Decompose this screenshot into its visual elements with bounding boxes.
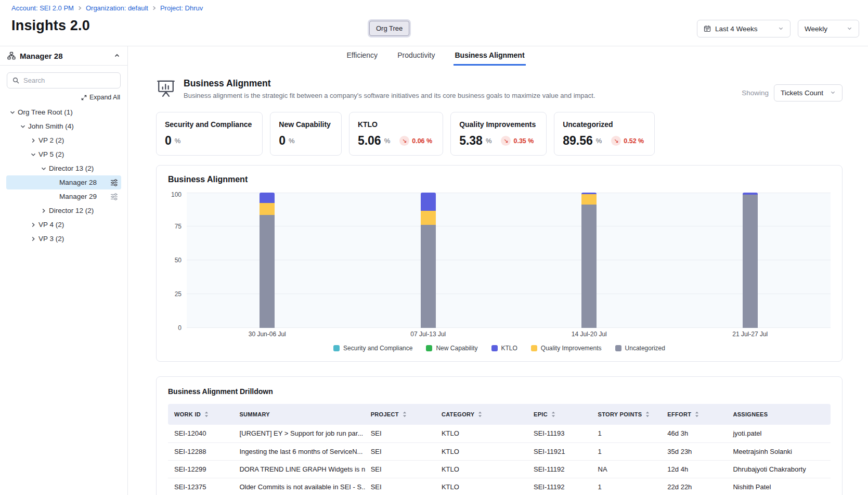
- legend-item-ktlo[interactable]: KTLO: [491, 345, 517, 352]
- kpi-value: 5.38: [459, 134, 483, 148]
- tree-item-vp-2-2[interactable]: VP 2 (2): [6, 133, 121, 147]
- table-cell: KTLO: [436, 442, 528, 460]
- tree-item-director-12-2[interactable]: Director 12 (2): [6, 204, 121, 218]
- showing-label: Showing: [742, 89, 769, 97]
- sort-icon[interactable]: [402, 411, 407, 417]
- legend-item-quality-improvements[interactable]: Quality Improvements: [531, 345, 602, 352]
- tab-productivity[interactable]: Productivity: [396, 46, 436, 66]
- tree-item-label: John Smith (4): [28, 122, 74, 130]
- tab-efficiency[interactable]: Efficiency: [345, 46, 379, 66]
- stacked-bar[interactable]: [581, 193, 597, 328]
- sort-icon[interactable]: [551, 411, 556, 417]
- tree-item-director-13-2[interactable]: Director 13 (2): [6, 161, 121, 175]
- column-header-category[interactable]: CATEGORY: [436, 404, 528, 425]
- legend-item-uncategorized[interactable]: Uncategorized: [615, 345, 665, 352]
- column-label: EFFORT: [667, 411, 691, 417]
- sort-icon[interactable]: [477, 411, 483, 417]
- stacked-bar[interactable]: [260, 193, 275, 328]
- search-input[interactable]: [23, 77, 115, 84]
- stacked-bar[interactable]: [421, 193, 436, 328]
- table-cell: KTLO: [436, 460, 528, 478]
- tree-item-manager-29[interactable]: Manager 29: [6, 189, 121, 204]
- table-cell: Ingesting the last 6 months of ServiceN.…: [234, 442, 365, 460]
- legend-label: New Capability: [436, 345, 477, 352]
- tree-item-manager-28[interactable]: Manager 28: [6, 175, 121, 189]
- chevron-down-icon: [830, 89, 836, 97]
- kpi-label: Quality Improvements: [459, 120, 536, 129]
- y-tick-label: 75: [175, 223, 182, 230]
- chevron-right-icon[interactable]: [28, 137, 38, 144]
- table-row[interactable]: SEI-12375Older Commits is not available …: [168, 478, 831, 495]
- column-label: WORK ID: [174, 411, 201, 417]
- legend-label: KTLO: [501, 345, 517, 352]
- table-cell: Meetrajsinh Solanki: [728, 442, 831, 460]
- table-row[interactable]: SEI-12040[URGENT] EY > Support for job r…: [168, 425, 831, 442]
- chevron-down-icon: [778, 25, 784, 33]
- drilldown-card: Business Alignment Drilldown WORK IDSUMM…: [156, 376, 843, 495]
- sort-icon[interactable]: [204, 411, 209, 417]
- kpi-card-new-capability: New Capability0%: [270, 112, 342, 156]
- bar-segment-quality-improvements: [260, 203, 275, 215]
- legend-item-security-and-compliance[interactable]: Security and Compliance: [333, 345, 412, 352]
- tree-item-label: Manager 29: [59, 193, 97, 200]
- search-field: [7, 72, 121, 88]
- date-range-select[interactable]: Last 4 Weeks: [697, 20, 791, 37]
- tree-item-john-smith-4[interactable]: John Smith (4): [6, 119, 121, 133]
- stacked-bar[interactable]: [743, 193, 758, 328]
- kpi-card-row: Security and Compliance0%New Capability0…: [156, 112, 843, 156]
- sort-icon[interactable]: [694, 411, 699, 417]
- table-cell: SEI-12375: [168, 478, 234, 495]
- column-header-story-points[interactable]: STORY POINTS: [593, 404, 663, 425]
- column-header-project[interactable]: PROJECT: [366, 404, 436, 425]
- org-tree-sidebar: Manager 28 Expand All Org Tree Root (1)J…: [0, 46, 128, 495]
- tree-item-label: VP 5 (2): [38, 150, 64, 158]
- x-axis-label: 14 Jul-20 Jul: [509, 331, 670, 338]
- section-description: Business alignment is the strategic fit …: [184, 92, 595, 99]
- breadcrumb-account-link[interactable]: Account: SEI 2.0 PM: [11, 4, 74, 12]
- column-header-epic[interactable]: EPIC: [528, 404, 593, 425]
- expand-all-button[interactable]: Expand All: [0, 94, 120, 101]
- chevron-down-icon[interactable]: [18, 123, 28, 130]
- filter-sliders-icon[interactable]: [110, 193, 118, 200]
- org-tree-button[interactable]: Org Tree: [369, 21, 409, 36]
- bar-group: [509, 193, 670, 328]
- sort-icon[interactable]: [645, 411, 650, 417]
- table-row[interactable]: SEI-12299DORA TREND LINE GRAPH Widgets i…: [168, 460, 831, 478]
- bar-segment-quality-improvements: [581, 194, 597, 205]
- kpi-delta-value: 0.35 %: [513, 137, 534, 145]
- column-header-inner: ASSIGNEES: [733, 411, 825, 417]
- interval-select[interactable]: Weekly: [798, 20, 859, 37]
- table-cell: SEI: [366, 442, 436, 460]
- filter-sliders-icon[interactable]: [110, 179, 118, 186]
- chevron-right-icon[interactable]: [38, 208, 49, 214]
- metric-select[interactable]: Tickets Count: [774, 84, 843, 101]
- chevron-down-icon[interactable]: [38, 166, 49, 172]
- legend-item-new-capability[interactable]: New Capability: [426, 345, 477, 352]
- table-row[interactable]: SEI-12288Ingesting the last 6 months of …: [168, 442, 831, 460]
- tree-item-vp-5-2[interactable]: VP 5 (2): [6, 147, 121, 161]
- chevron-down-icon[interactable]: [7, 109, 18, 116]
- column-label: EPIC: [534, 411, 548, 417]
- breadcrumb-project-link[interactable]: Project: Dhruv: [160, 4, 203, 12]
- bar-segment-uncategorized: [260, 215, 275, 328]
- tab-business-alignment[interactable]: Business Alignment: [454, 46, 525, 66]
- breadcrumb: Account: SEI 2.0 PM Organization: defaul…: [11, 4, 868, 12]
- tree-item-vp-3-2[interactable]: VP 3 (2): [6, 232, 121, 246]
- table-cell: 1: [593, 425, 663, 442]
- breadcrumb-organization-link[interactable]: Organization: default: [86, 4, 148, 12]
- chevron-right-icon[interactable]: [28, 222, 38, 228]
- table-cell: SEI-11192: [528, 478, 593, 495]
- chevron-right-icon: [77, 6, 82, 10]
- section-title: Business Alignment: [184, 78, 595, 89]
- column-header-work-id[interactable]: WORK ID: [168, 404, 234, 425]
- chevron-right-icon[interactable]: [28, 236, 38, 242]
- tree-item-org-tree-root-1[interactable]: Org Tree Root (1): [6, 105, 121, 119]
- kpi-label: KTLO: [358, 120, 432, 129]
- chart-legend: Security and ComplianceNew CapabilityKTL…: [168, 345, 831, 352]
- column-header-summary: SUMMARY: [234, 404, 365, 425]
- chevron-up-icon[interactable]: [114, 53, 120, 59]
- column-header-effort[interactable]: EFFORT: [662, 404, 728, 425]
- tree-item-vp-4-2[interactable]: VP 4 (2): [6, 218, 121, 232]
- table-cell: KTLO: [436, 478, 528, 495]
- chevron-down-icon[interactable]: [28, 151, 38, 158]
